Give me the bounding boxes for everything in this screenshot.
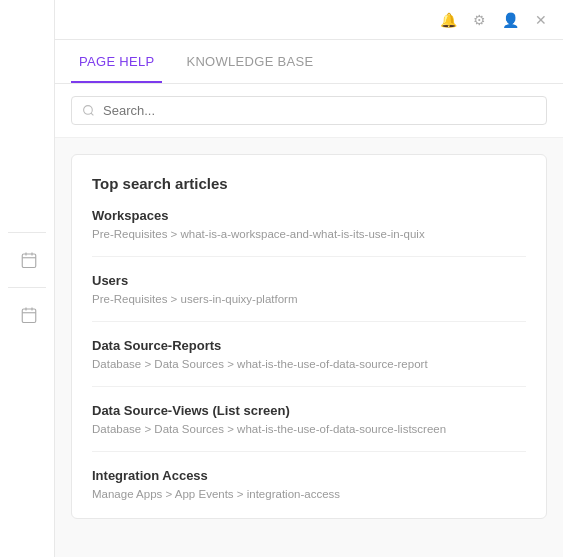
article-path-workspaces: Pre-Requisites > what-is-a-workspace-and…: [92, 226, 526, 242]
article-item-users: Users Pre-Requisites > users-in-quixy-pl…: [92, 273, 526, 322]
search-input[interactable]: [103, 103, 536, 118]
svg-rect-0: [22, 254, 36, 268]
article-item-integration-access: Integration Access Manage Apps > App Eve…: [92, 468, 526, 502]
svg-point-8: [84, 106, 93, 115]
tab-page-help[interactable]: PAGE HELP: [71, 40, 162, 83]
sidebar-calendar-icon-2[interactable]: [0, 292, 54, 338]
search-container: [55, 84, 563, 138]
tabs-container: PAGE HELP KNOWLEDGE BASE: [55, 40, 563, 84]
sidebar-divider-1: [8, 232, 46, 233]
tab-knowledge-base[interactable]: KNOWLEDGE BASE: [178, 40, 321, 83]
articles-container: Top search articles Workspaces Pre-Requi…: [55, 138, 563, 557]
article-path-users: Pre-Requisites > users-in-quixy-platform: [92, 291, 526, 307]
top-bar: 🔔 ⚙ 👤 ✕: [55, 0, 563, 40]
article-title-workspaces[interactable]: Workspaces: [92, 208, 526, 223]
gear-icon[interactable]: ⚙: [469, 8, 490, 32]
article-item-data-source-views: Data Source-Views (List screen) Database…: [92, 403, 526, 452]
article-title-data-source-views[interactable]: Data Source-Views (List screen): [92, 403, 526, 418]
article-item-workspaces: Workspaces Pre-Requisites > what-is-a-wo…: [92, 208, 526, 257]
articles-section-title: Top search articles: [92, 175, 526, 192]
sidebar-calendar-icon-1[interactable]: [0, 237, 54, 283]
article-path-data-source-reports: Database > Data Sources > what-is-the-us…: [92, 356, 526, 372]
user-icon[interactable]: 👤: [498, 8, 523, 32]
svg-rect-4: [22, 309, 36, 323]
search-box: [71, 96, 547, 125]
search-icon: [82, 104, 95, 117]
sidebar: [0, 0, 55, 557]
article-title-integration-access[interactable]: Integration Access: [92, 468, 526, 483]
sidebar-divider-2: [8, 287, 46, 288]
articles-card: Top search articles Workspaces Pre-Requi…: [71, 154, 547, 519]
article-item-data-source-reports: Data Source-Reports Database > Data Sour…: [92, 338, 526, 387]
close-icon[interactable]: ✕: [531, 8, 551, 32]
article-path-data-source-views: Database > Data Sources > what-is-the-us…: [92, 421, 526, 437]
article-title-users[interactable]: Users: [92, 273, 526, 288]
main-content: 🔔 ⚙ 👤 ✕ PAGE HELP KNOWLEDGE BASE Top sea…: [55, 0, 563, 557]
article-title-data-source-reports[interactable]: Data Source-Reports: [92, 338, 526, 353]
article-path-integration-access: Manage Apps > App Events > integration-a…: [92, 486, 526, 502]
notification-icon[interactable]: 🔔: [436, 8, 461, 32]
svg-line-9: [91, 113, 93, 115]
